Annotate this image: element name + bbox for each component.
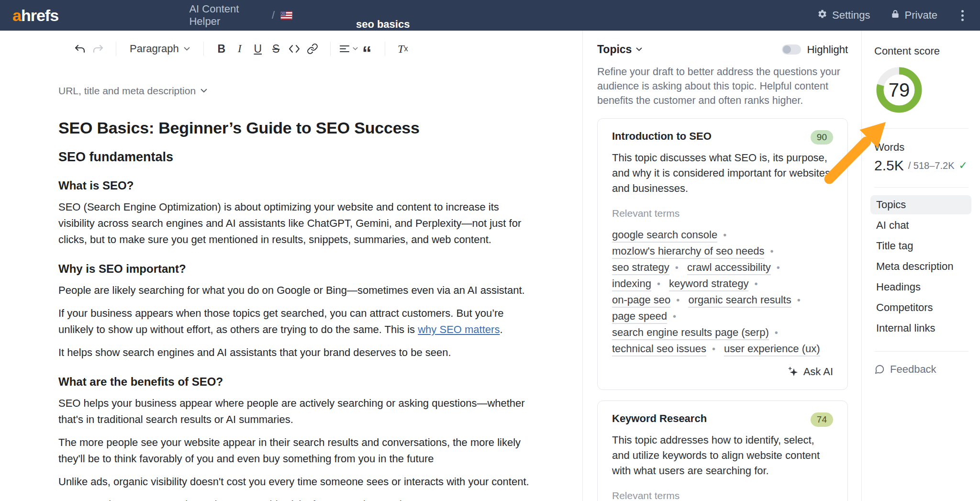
chevron-down-icon	[184, 47, 190, 51]
paragraph: SEO (Search Engine Optimization) is abou…	[58, 199, 532, 248]
term-link[interactable]: page speed	[612, 310, 667, 324]
paragraph-style-dropdown[interactable]: Paragraph	[125, 43, 195, 55]
toggle-knob	[783, 45, 791, 54]
highlight-toggle[interactable]	[782, 45, 801, 55]
redo-button[interactable]	[89, 40, 107, 58]
blockquote-button[interactable]: “	[358, 40, 376, 58]
term-link[interactable]: technical seo issues	[612, 343, 706, 356]
more-menu-button[interactable]	[958, 8, 968, 23]
us-flag-icon	[280, 11, 292, 20]
ask-ai-button[interactable]: Ask AI	[612, 366, 833, 378]
topic-card-introduction-to-seo: Introduction to SEO 90 This topic discus…	[597, 118, 848, 390]
settings-button[interactable]: Settings	[817, 9, 870, 22]
article-title: SEO Basics: Beginner’s Guide to SEO Succ…	[58, 119, 532, 137]
term-link[interactable]: indexing	[612, 278, 651, 291]
code-button[interactable]	[285, 40, 303, 58]
editor-column: Paragraph B I U S “	[0, 31, 582, 501]
why-seo-matters-link[interactable]: why SEO matters	[418, 323, 500, 335]
gear-icon	[817, 9, 827, 22]
relevant-terms-label: Relevant terms	[612, 208, 833, 219]
topics-panel: Topics Highlight Refine your draft to be…	[582, 31, 861, 501]
score-sidebar: Content score 79 Words 2.5K / 518–7.2K ✓…	[861, 31, 980, 501]
editor-toolbar: Paragraph B I U S “	[0, 31, 582, 67]
italic-button[interactable]: I	[231, 40, 249, 58]
term-link[interactable]: keyword strategy	[669, 278, 748, 291]
words-value: 2.5K	[874, 157, 904, 174]
clear-formatting-button[interactable]: Tx	[394, 40, 412, 58]
words-label: Words	[874, 141, 970, 154]
term-link[interactable]: google search console	[612, 229, 717, 243]
logo-a: a	[12, 6, 21, 24]
private-label: Private	[905, 9, 937, 22]
topic-card-description: This topic addresses how to identify, se…	[612, 433, 833, 479]
term-link[interactable]: user experience (ux)	[724, 343, 820, 356]
underline-button[interactable]: U	[249, 40, 267, 58]
topics-panel-header: Topics Highlight	[597, 43, 848, 56]
breadcrumb-separator: /	[272, 9, 275, 22]
term-link[interactable]: mozlow's hierarchy of seo needs	[612, 245, 764, 259]
meta-toggle-label: URL, title and meta description	[58, 85, 196, 97]
topic-card-title: Keyword Research	[612, 412, 707, 425]
private-button[interactable]: Private	[891, 9, 937, 22]
relevant-terms-list: google search console mozlow's hierarchy…	[612, 227, 833, 357]
app-window: ahrefs AI Content Helper / seo basics	[0, 0, 980, 501]
strikethrough-button[interactable]: S	[267, 40, 285, 58]
lock-icon	[891, 9, 900, 22]
article-h3-why-important: Why is SEO important?	[58, 262, 532, 276]
chevron-down-icon	[200, 89, 207, 93]
divider	[874, 351, 969, 352]
words-count: 2.5K / 518–7.2K ✓	[874, 157, 970, 174]
breadcrumb: AI Content Helper / seo basics	[189, 0, 791, 31]
main-area: Paragraph B I U S “	[0, 31, 980, 501]
article-h3-what-is-seo: What is SEO?	[58, 179, 532, 192]
sidebar-item-topics[interactable]: Topics	[870, 195, 971, 214]
paragraph: The more people see your website appear …	[58, 434, 532, 467]
topbar-actions: Settings Private	[817, 8, 968, 23]
logo-rest: hrefs	[21, 6, 58, 24]
breadcrumb-app-name: AI Content Helper	[189, 3, 266, 28]
feedback-label: Feedback	[890, 363, 936, 376]
feedback-button[interactable]: Feedback	[874, 363, 970, 376]
topic-score-badge: 74	[811, 412, 833, 427]
paragraph-style-label: Paragraph	[130, 43, 179, 55]
words-range: / 518–7.2K	[908, 160, 955, 171]
chevron-down-icon	[636, 47, 642, 52]
topics-panel-title: Topics	[597, 43, 632, 56]
chevron-down-icon	[353, 47, 358, 51]
paragraph: People are likely searching for what you…	[58, 282, 532, 299]
sidebar-item-internal-links[interactable]: Internal links	[870, 319, 971, 338]
topic-score-badge: 90	[811, 130, 833, 145]
undo-button[interactable]	[71, 40, 89, 58]
sidebar-nav: Topics AI chat Title tag Meta descriptio…	[870, 195, 971, 338]
term-link[interactable]: search engine results page (serp)	[612, 326, 769, 340]
paragraph: It helps show search engines and AI assi…	[58, 345, 532, 361]
topics-panel-description: Refine your draft to better address the …	[597, 65, 848, 108]
bold-button[interactable]: B	[212, 40, 231, 58]
relevant-terms-label: Relevant terms	[612, 490, 833, 501]
alignment-dropdown[interactable]	[339, 40, 358, 58]
sparkle-icon	[788, 367, 799, 377]
sidebar-item-title-tag[interactable]: Title tag	[870, 236, 971, 256]
document-body: URL, title and meta description SEO Basi…	[58, 67, 532, 501]
highlight-control: Highlight	[782, 44, 848, 56]
top-bar: ahrefs AI Content Helper / seo basics	[0, 0, 980, 31]
term-link[interactable]: organic search results	[688, 294, 791, 308]
ask-ai-label: Ask AI	[803, 366, 833, 378]
ahrefs-logo[interactable]: ahrefs	[12, 6, 58, 25]
topics-dropdown[interactable]: Topics	[597, 43, 642, 56]
speech-bubble-icon	[874, 364, 885, 375]
paragraph: If your business appears when those topi…	[58, 305, 532, 338]
term-link[interactable]: on-page seo	[612, 294, 670, 308]
divider	[874, 128, 969, 129]
link-button[interactable]	[303, 40, 322, 58]
sidebar-item-headings[interactable]: Headings	[870, 278, 971, 297]
content-score-label: Content score	[874, 45, 970, 57]
sidebar-item-meta-description[interactable]: Meta description	[870, 257, 971, 276]
sidebar-item-competitors[interactable]: Competitors	[870, 298, 971, 317]
term-link[interactable]: seo strategy	[612, 261, 669, 275]
sidebar-item-ai-chat[interactable]: AI chat	[870, 216, 971, 235]
content-score-gauge: 79	[874, 65, 924, 115]
meta-description-toggle[interactable]: URL, title and meta description	[58, 85, 207, 97]
check-icon: ✓	[958, 159, 967, 172]
term-link[interactable]: crawl accessibility	[687, 261, 771, 275]
